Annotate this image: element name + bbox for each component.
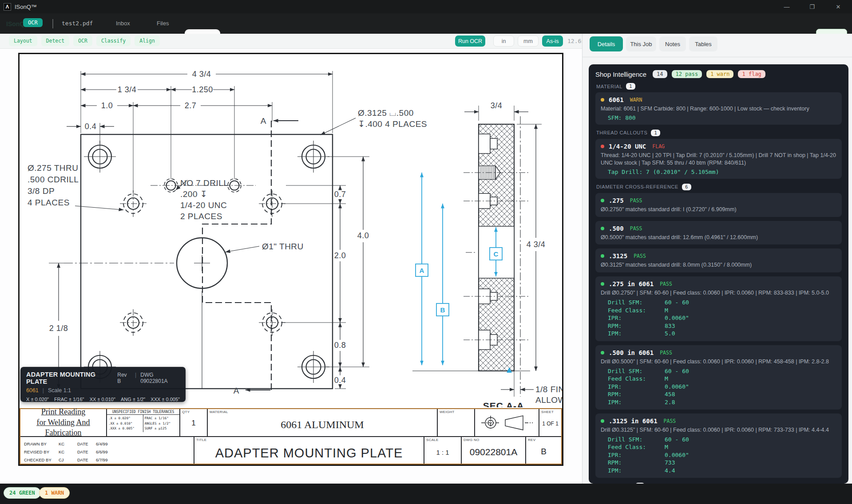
svg-text:3/8 DP: 3/8 DP — [28, 186, 55, 196]
tab-details[interactable]: Details — [590, 36, 623, 51]
mode-classify[interactable]: Classify — [96, 35, 131, 46]
unit-in-button[interactable]: in — [493, 35, 514, 47]
marker-a: A — [420, 267, 424, 274]
count-badge: 14 — [653, 70, 667, 78]
intel-item-3125[interactable]: .3125 PASS Ø0.3125" matches standard dri… — [595, 248, 842, 272]
panel-divider — [583, 57, 852, 57]
section-diameter-xref: DIAMETER CROSS-REFERENCE 6 — [596, 184, 841, 190]
close-icon[interactable]: ✕ — [832, 2, 845, 12]
svg-text:↧.400 4 PLACES: ↧.400 4 PLACES — [358, 119, 427, 129]
pass-dot-icon — [601, 199, 604, 202]
section-title: SEC A-A — [483, 401, 524, 407]
run-ocr-button[interactable]: Run OCR — [455, 35, 485, 47]
app-title: ISonQ™ — [15, 4, 37, 10]
tab-file[interactable]: test2.pdf — [62, 20, 93, 27]
intel-item-275[interactable]: .275 PASS Ø0.2750" matches standard dril… — [595, 193, 842, 217]
fin-allow-note: 1/8 FIN — [535, 385, 562, 394]
pass-dot-icon — [601, 227, 604, 230]
shop-intelligence-card: Shop Intelligence 14 12 pass 1 warn 1 fl… — [589, 64, 848, 484]
ocr-mode-badge: OCR — [23, 18, 43, 27]
status-bar: 24 GREEN 1 WARN << Back Approve with War… — [0, 484, 852, 504]
extension-lines — [49, 71, 542, 397]
minimize-icon[interactable]: — — [780, 2, 793, 12]
pass-badge: 12 pass — [672, 70, 702, 78]
drawing-number: 09022801A — [462, 447, 525, 457]
pass-dot-icon — [601, 254, 604, 258]
org-cell: Print Reading for Welding And Fabricatio… — [20, 409, 107, 436]
drawing-canvas[interactable]: A A — [18, 53, 563, 466]
dim-0-7: 0.7 — [334, 190, 346, 199]
maximize-icon[interactable]: ❐ — [805, 2, 819, 12]
section-arrow-label-bottom: A — [234, 386, 239, 395]
section-view — [412, 116, 530, 397]
tab-files[interactable]: Files — [157, 20, 169, 27]
tab-tables[interactable]: Tables — [689, 36, 717, 51]
mode-align[interactable]: Align — [135, 35, 160, 46]
mode-ocr[interactable]: OCR — [73, 35, 92, 46]
svg-text:1/4-20 UNC: 1/4-20 UNC — [180, 201, 227, 210]
drawing-info-tooltip: ADAPTER MOUNTING PLATE Rev B | DWG 09022… — [20, 367, 186, 402]
marker-c: C — [494, 250, 499, 258]
svg-text:.500 CDRILL: .500 CDRILL — [28, 175, 79, 184]
app-logo-icon: Λ — [4, 3, 11, 11]
tooltip-tolerances: X ± 0.020" FRAC ± 1/16" XX ± 0.010" ANG … — [26, 397, 180, 402]
pass-dot-icon — [601, 419, 604, 423]
qty-cell: QTY 1 — [180, 409, 208, 436]
tab-divider — [52, 19, 53, 28]
section-material: MATERIAL 1 — [596, 83, 841, 90]
dim-0-4-bottom: 0.4 — [334, 376, 346, 385]
pass-dot-icon — [601, 282, 604, 286]
marker-b: B — [440, 306, 445, 314]
intel-item-275-6061[interactable]: .275 in 6061 PASS Drill Ø0.2750" | SFM: … — [595, 276, 842, 341]
dim-2-1-8: 2 1/8 — [49, 324, 68, 333]
tab-notes[interactable]: Notes — [659, 36, 686, 51]
intel-item-500-6061[interactable]: .500 in 6061 PASS Drill Ø0.5000" | SFM: … — [595, 345, 842, 410]
mode-pills: Layout Detect OCR Classify Align — [9, 35, 160, 46]
warn-badge: 1 warn — [706, 70, 733, 78]
tab-bar: ISonQ OCR test2.pdf Inbox Files OCR DONE — [0, 13, 852, 34]
card-title: Shop Intelligence — [595, 71, 646, 78]
dim-2-0: 2.0 — [334, 251, 346, 260]
tolerance-cell: UNSPECIFIED FINISH TOLERANCES .X ± 0.020… — [107, 409, 180, 436]
dwg-no-cell: DWG NO 09022801A — [462, 437, 526, 464]
dim-sec-width: 3/4 — [491, 101, 503, 110]
tab-this-job[interactable]: This Job — [626, 36, 656, 51]
window-titlebar: Λ ISonQ™ — ❐ ✕ — [0, 0, 852, 13]
scale-cell: SCALE 1 : 1 — [424, 437, 462, 464]
dim-4-0: 4.0 — [357, 231, 369, 240]
projection-symbol-icon — [480, 414, 534, 432]
flag-badge: 1 flag — [738, 70, 765, 78]
dim-0-8: 0.8 — [334, 341, 346, 350]
as-is-button[interactable]: As-is — [542, 35, 563, 47]
dimension-labels: 4 3/4 1 3/4 1.250 1.0 2.7 0.4 0.7 4.0 2.… — [49, 70, 546, 385]
intel-item-thread[interactable]: 1/4-20 UNC FLAG Thread: 1/4-20 UNC | 20 … — [595, 139, 842, 179]
tooltip-title: ADAPTER MOUNTING PLATE — [26, 371, 113, 385]
dim-1250: 1.250 — [192, 85, 213, 94]
projection-cell — [475, 409, 539, 436]
svg-text:.200 ↧: .200 ↧ — [180, 189, 207, 199]
section-thread-callouts: THREAD CALLOUTS 1 — [596, 130, 841, 136]
section-cut-line — [202, 121, 298, 390]
mode-layout[interactable]: Layout — [9, 35, 37, 46]
flag-dot-icon — [601, 145, 604, 148]
weight-cell: WEIGHT — [438, 409, 475, 436]
title-block: Print Reading for Welding And Fabricatio… — [20, 408, 562, 465]
green-count-pill: 24 GREEN — [4, 487, 41, 499]
sheet-cell: SHEET 1 OF 1 — [539, 409, 561, 436]
mode-detect[interactable]: Detect — [41, 35, 70, 46]
tooltip-rev: Rev B — [117, 372, 131, 384]
card-header: Shop Intelligence 14 12 pass 1 warn 1 fl… — [595, 70, 842, 78]
tab-inbox[interactable]: Inbox — [116, 20, 130, 27]
intel-item-material[interactable]: 6061 WARN Material: 6061 | SFM Carbide: … — [595, 92, 842, 125]
plate-front-view — [64, 134, 333, 389]
pass-dot-icon — [601, 351, 604, 354]
intel-item-3125-6061[interactable]: .3125 in 6061 PASS Drill Ø0.3125" | SFM:… — [595, 413, 842, 478]
note-thru: Ø1" THRU — [262, 242, 304, 251]
signoff-cell: DRAWN BYKCDATE6/4/99 REVISED BYKCDATE6/6… — [20, 437, 194, 464]
note-tap: NO 7 DRILL — [180, 178, 228, 188]
dim-0-4-top: 0.4 — [85, 122, 97, 131]
intel-item-500[interactable]: .500 PASS Ø0.5000" matches standard dril… — [595, 221, 842, 245]
unit-mm-button[interactable]: mm — [518, 35, 539, 47]
engineering-drawing: A A — [20, 54, 562, 407]
svg-text:4 PLACES: 4 PLACES — [28, 198, 70, 207]
